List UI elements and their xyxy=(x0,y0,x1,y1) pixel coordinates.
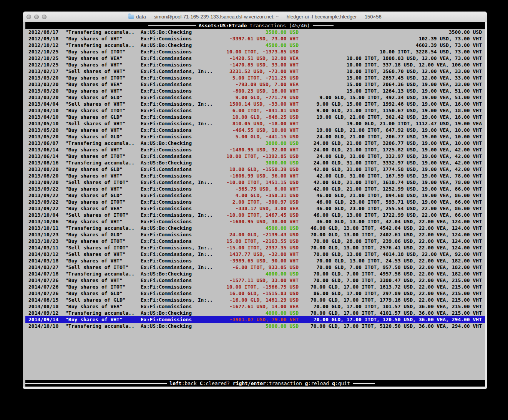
tx-accounts: Ex:Fi:Commissions xyxy=(141,284,217,290)
tx-balance: 46.00 GLD, 13.00 ITOT, 42.04 USD, 22.00 … xyxy=(299,218,482,225)
transaction-row[interactable]: 2013/09/22"Buy shares of VEA"Ex:Fi:Commi… xyxy=(25,205,485,212)
transaction-row[interactable]: 2014/03/12"Sell shares of VHT"Ex:Fi:Comm… xyxy=(25,251,485,257)
transaction-row[interactable]: 2014/03/18"Buy shares of VHT"Ex:Fi:Commi… xyxy=(25,257,485,264)
transaction-row[interactable]: 2014/07/26"Buy shares of ITOT"Ex:Fi:Comm… xyxy=(25,284,485,290)
transaction-row[interactable]: 2013/03/20"Buy shares of VEA"Ex:Fi:Commi… xyxy=(25,81,485,88)
tx-description: "Transfering accumula.. xyxy=(65,323,141,329)
transaction-row[interactable]: 2013/05/20"Buy shares of VHT"Ex:Fi:Commi… xyxy=(25,127,485,133)
tx-description: "Buy shares of ITOT" xyxy=(65,48,141,55)
transaction-row[interactable]: 2012/10/25"Buy shares of ITOT"Ex:Fi:Comm… xyxy=(25,48,485,55)
window-titlebar[interactable]: data — simon@pool-71-165-239-133.lsanca.… xyxy=(23,12,487,22)
transaction-row[interactable]: 2013/04/04"Sell shares of VHT"Ex:Fi:Comm… xyxy=(25,101,485,107)
tx-date: 2014/07/26 xyxy=(28,277,65,284)
tx-description: "Buy shares of VHT" xyxy=(65,186,141,192)
tx-amount: 10.00 ITOT, -1566.75 USD xyxy=(217,284,299,290)
transaction-row[interactable]: 2013/06/07"Transfering accumula..As:US:B… xyxy=(25,140,485,146)
footer-key-desc: :back xyxy=(182,380,197,386)
tx-date: 2012/10/25 xyxy=(28,48,65,55)
transaction-row[interactable]: 2012/10/25"Buy shares of VEA"Ex:Fi:Commi… xyxy=(25,55,485,61)
tx-date: 2014/09/12 xyxy=(28,310,65,316)
transaction-row[interactable]: 2014/03/11"Sell shares of ITOT"Ex:Fi:Com… xyxy=(25,244,485,251)
transaction-row[interactable]: 2014/07/26"Buy shares of VHT"Ex:Fi:Commi… xyxy=(25,277,485,284)
tx-date: 2014/07/18 xyxy=(28,271,65,277)
tx-amount: 4.00 GLD, -358.31 USD xyxy=(217,192,299,199)
transaction-row[interactable]: 2012/10/25"Buy shares of VHT"Ex:Fi:Commi… xyxy=(25,61,485,68)
transaction-row[interactable]: 2013/05/10"Sell shares of VHT"Ex:Fi:Comm… xyxy=(25,120,485,127)
transaction-row[interactable]: 2014/09/12"Transfering accumula..As:US:B… xyxy=(25,310,485,316)
transaction-row[interactable]: 2013/10/06"Buy shares of VHT"Ex:Fi:Commi… xyxy=(25,218,485,225)
tx-balance: 4602.39 USD, 73.00 VHT xyxy=(299,42,482,48)
transaction-row[interactable]: 2014/08/15"Sell shares of GLD"Ex:Fi:Comm… xyxy=(25,297,485,303)
header-border-line-right xyxy=(313,25,334,26)
transaction-row[interactable]: 2014/09/14"Buy shares of VHT"Ex:Fi:Commi… xyxy=(25,316,485,323)
tx-accounts: Ex:Fi:Commissions xyxy=(141,199,217,205)
tx-description: "Sell shares of VHT" xyxy=(65,68,141,75)
transaction-row[interactable]: 2013/09/20"Sell shares of ITOT"Ex:Fi:Com… xyxy=(25,179,485,186)
transaction-row[interactable]: 2013/08/20"Buy shares of VHT"Ex:Fi:Commi… xyxy=(25,173,485,179)
tx-description: "Buy shares of ITOT" xyxy=(65,199,141,205)
close-button[interactable] xyxy=(27,15,31,19)
tx-amount: 4000.00 USD xyxy=(217,271,299,277)
tx-description: "Buy shares of VHT" xyxy=(65,88,141,94)
transaction-row[interactable]: 2012/10/12"Transfering accumula..As:US:B… xyxy=(25,42,485,48)
transaction-row[interactable]: 2013/08/20"Buy shares of GLD"Ex:Fi:Commi… xyxy=(25,166,485,173)
transaction-row[interactable]: 2013/06/14"Buy shares of ITOT"Ex:Fi:Comm… xyxy=(25,153,485,159)
transaction-row[interactable]: 2013/10/23"Buy shares of ITOT"Ex:Fi:Comm… xyxy=(25,238,485,244)
tx-date: 2013/09/20 xyxy=(28,179,65,186)
header-mode-label: transactions (45/46) xyxy=(247,23,310,28)
tx-description: "Sell shares of ITOT" xyxy=(65,244,141,251)
transaction-row[interactable]: 2013/09/22"Buy shares of ITOT"Ex:Fi:Comm… xyxy=(25,199,485,205)
transaction-row[interactable]: 2013/10/04"Sell shares of ITOT"Ex:Fi:Com… xyxy=(25,212,485,218)
tx-description: "Sell shares of VHT" xyxy=(65,101,141,107)
transaction-row[interactable]: 2013/04/10"Buy shares of GLD"Ex:Fi:Commi… xyxy=(25,114,485,120)
tx-description: "Transfering accumula.. xyxy=(65,29,141,35)
tx-accounts: As:US:Bo:Checking xyxy=(141,310,217,316)
tx-amount: -3397.61 USD, 73.00 VHT xyxy=(217,35,299,42)
tx-date: 2013/03/20 xyxy=(28,81,65,88)
desktop-background: data — simon@pool-71-165-239-133.lsanca.… xyxy=(0,0,508,420)
minimize-button[interactable] xyxy=(34,15,39,19)
transaction-row[interactable]: 2013/02/17"Sell shares of VHT"Ex:Fi:Comm… xyxy=(25,68,485,75)
transaction-row[interactable]: 2013/10/11"Transfering accumula..As:US:B… xyxy=(25,225,485,231)
tx-amount: -6.00 ITOT, 933.05 USD xyxy=(217,264,299,271)
transaction-row[interactable]: 2013/05/20"Buy shares of GLD"Ex:Fi:Commi… xyxy=(25,133,485,140)
transaction-row[interactable]: 2013/10/23"Buy shares of GLD"Ex:Fi:Commi… xyxy=(25,231,485,238)
tx-accounts: Ex:Fi:Commissions xyxy=(141,146,217,153)
tx-date: 2013/08/20 xyxy=(28,166,65,173)
window-title-area: data — simon@pool-71-165-239-133.lsanca.… xyxy=(128,14,381,20)
transaction-row[interactable]: 2014/07/26"Buy shares of GLD"Ex:Fi:Commi… xyxy=(25,290,485,297)
transaction-row[interactable]: 2013/06/14"Buy shares of VHT"Ex:Fi:Commi… xyxy=(25,146,485,153)
transaction-row[interactable]: 2014/03/27"Sell shares of ITOT"Ex:Fi:Com… xyxy=(25,264,485,271)
tx-amount: 5000.00 USD xyxy=(217,323,299,329)
transaction-row[interactable]: 2013/03/20"Buy shares of VHT"Ex:Fi:Commi… xyxy=(25,88,485,94)
footer-border-line-right xyxy=(353,383,375,384)
transaction-row[interactable]: 2012/08/17"Transfering accumula..As:US:B… xyxy=(25,29,485,35)
tx-date: 2014/08/18 xyxy=(28,303,65,310)
tx-amount: 1437.77 USD, -32.00 VHT xyxy=(217,251,299,257)
transaction-row[interactable]: 2013/09/22"Buy shares of VHT"Ex:Fi:Commi… xyxy=(25,186,485,192)
tx-balance: 70.00 GLD, 7.00 ITOT, 957.58 USD, 22.00 … xyxy=(299,264,482,271)
tx-accounts: Ex:Fi:Commissions xyxy=(141,81,217,88)
transaction-row[interactable]: 2013/04/10"Buy shares of ITOT"Ex:Fi:Comm… xyxy=(25,107,485,114)
tx-date: 2013/09/22 xyxy=(28,186,65,192)
tx-balance: 19.00 GLD, 21.00 ITOT, 1112.47 USD, 19.0… xyxy=(299,120,482,127)
zoom-button[interactable] xyxy=(42,15,46,19)
tx-date: 2013/09/22 xyxy=(28,205,65,212)
tx-description: "Buy shares of VEA" xyxy=(65,205,141,212)
transaction-row[interactable]: 2013/03/20"Buy shares of ITOT"Ex:Fi:Comm… xyxy=(25,75,485,81)
transaction-row[interactable]: 2013/08/16"Transfering accumula..As:US:B… xyxy=(25,159,485,166)
transaction-row[interactable]: 2014/10/10"Transfering accumula..As:US:B… xyxy=(25,323,485,329)
terminal-content: Assets:US:ETrade transactions (45/46) 20… xyxy=(23,22,485,387)
tx-amount: -338.17 USD, 3.00 VEA xyxy=(217,205,299,212)
footer-key-desc: :transaction xyxy=(266,380,302,386)
tx-balance: 24.00 GLD, 21.00 ITOT, 1725.82 USD, 19.0… xyxy=(299,146,482,153)
transaction-row[interactable]: 2013/03/20"Buy shares of GLD"Ex:Fi:Commi… xyxy=(25,94,485,101)
tx-balance: 46.00 GLD, 23.00 ITOT, 593.71 USD, 19.00… xyxy=(299,199,482,205)
tx-description: "Sell shares of ITOT" xyxy=(65,212,141,218)
transaction-row[interactable]: 2013/09/22"Buy shares of GLD"Ex:Fi:Commi… xyxy=(25,192,485,199)
transaction-row[interactable]: 2012/09/18"Buy shares of VHT"Ex:Fi:Commi… xyxy=(25,35,485,42)
transaction-row[interactable]: 2014/08/18"Buy shares of VEA"Ex:Fi:Commi… xyxy=(25,303,485,310)
tx-accounts: Ex:Fi:Commissions xyxy=(141,35,217,42)
tx-accounts: Ex:Fi:Commissions xyxy=(141,114,217,120)
transaction-row[interactable]: 2014/07/18"Transfering accumula..As:US:B… xyxy=(25,271,485,277)
